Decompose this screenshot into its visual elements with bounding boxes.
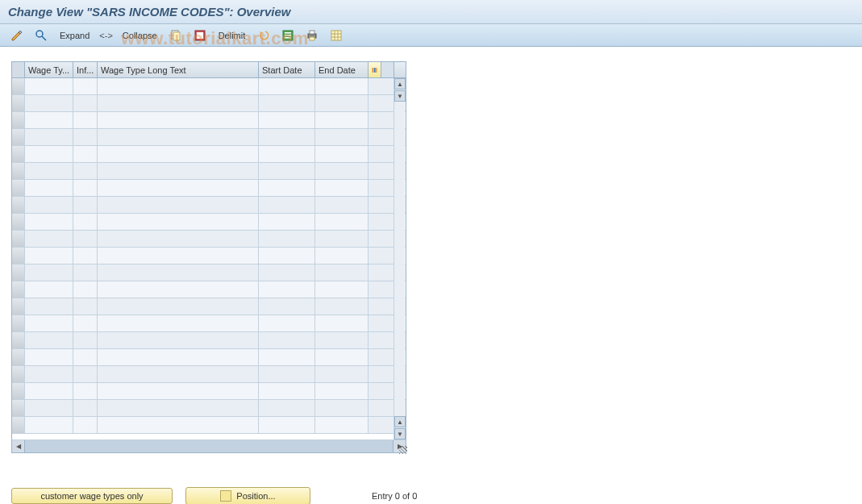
cell-infotype[interactable] [73,349,98,365]
hscroll-track[interactable] [25,440,393,452]
cell-wage-type[interactable] [25,78,73,94]
cell-wage-type[interactable] [25,95,73,111]
table-row[interactable] [12,417,406,434]
cell-end-date[interactable] [315,129,369,145]
cell-start-date[interactable] [259,180,315,196]
cell-start-date[interactable] [259,366,315,382]
table-row[interactable] [12,231,406,248]
table-row[interactable] [12,349,406,366]
table-row[interactable] [12,146,406,163]
cell-infotype[interactable] [73,129,98,145]
column-long-text[interactable]: Wage Type Long Text [98,62,259,77]
cell-long-text[interactable] [98,129,259,145]
cell-infotype[interactable] [73,315,98,331]
cell-infotype[interactable] [73,214,98,230]
cell-end-date[interactable] [315,231,369,247]
cell-wage-type[interactable] [25,231,73,247]
column-wage-type[interactable]: Wage Ty... [25,62,73,77]
position-button[interactable]: Position... [185,487,310,504]
cell-infotype[interactable] [73,264,98,281]
cell-end-date[interactable] [315,383,369,399]
row-selector[interactable] [12,231,25,247]
table-row[interactable] [12,366,406,383]
cell-long-text[interactable] [98,231,259,247]
print-icon[interactable] [302,27,323,44]
row-selector[interactable] [12,146,25,162]
cell-wage-type[interactable] [25,298,73,314]
cell-end-date[interactable] [315,400,369,416]
cell-infotype[interactable] [73,112,98,128]
vertical-scrollbar[interactable]: ▲ ▼ ▲ ▼ [394,78,405,439]
select-all-icon[interactable] [189,27,210,44]
cell-infotype[interactable] [73,163,98,179]
cell-wage-type[interactable] [25,163,73,179]
cell-long-text[interactable] [98,383,259,399]
cell-long-text[interactable] [98,78,259,94]
cell-end-date[interactable] [315,163,369,179]
cell-wage-type[interactable] [25,146,73,162]
table-row[interactable] [12,264,406,281]
row-selector[interactable] [12,332,25,348]
scroll-down-icon[interactable]: ▼ [394,90,406,102]
cell-end-date[interactable] [315,298,369,314]
cell-end-date[interactable] [315,248,369,264]
column-start-date[interactable]: Start Date [259,62,315,77]
cell-end-date[interactable] [315,366,369,382]
cell-wage-type[interactable] [25,366,73,382]
row-selector[interactable] [12,400,25,416]
cell-infotype[interactable] [73,383,98,399]
table-row[interactable] [12,214,406,231]
grid-resize-handle[interactable] [399,446,407,454]
cell-long-text[interactable] [98,95,259,111]
cell-wage-type[interactable] [25,315,73,331]
cell-long-text[interactable] [98,400,259,416]
cell-wage-type[interactable] [25,180,73,196]
row-selector[interactable] [12,264,25,281]
row-selector[interactable] [12,366,25,382]
table-row[interactable] [12,112,406,129]
table-row[interactable] [12,383,406,400]
table-row[interactable] [12,163,406,180]
cell-end-date[interactable] [315,112,369,128]
undo-change-icon[interactable] [253,27,274,44]
row-selector[interactable] [12,112,25,128]
configure-columns-icon[interactable] [369,62,381,77]
cell-long-text[interactable] [98,349,259,365]
cell-start-date[interactable] [259,214,315,230]
row-selector[interactable] [12,349,25,365]
table-row[interactable] [12,78,406,95]
row-selector[interactable] [12,315,25,331]
cell-wage-type[interactable] [25,281,73,298]
cell-long-text[interactable] [98,197,259,213]
cell-end-date[interactable] [315,264,369,281]
cell-infotype[interactable] [73,366,98,382]
scroll-up-icon[interactable]: ▲ [394,78,406,90]
cell-end-date[interactable] [315,95,369,111]
cell-start-date[interactable] [259,78,315,94]
expand-button[interactable]: Expand [55,29,94,42]
cell-infotype[interactable] [73,146,98,162]
table-row[interactable] [12,332,406,349]
cell-wage-type[interactable] [25,417,73,433]
table-row[interactable] [12,298,406,315]
cell-wage-type[interactable] [25,112,73,128]
column-infotype[interactable]: Inf... [73,62,98,77]
cell-wage-type[interactable] [25,383,73,399]
cell-wage-type[interactable] [25,400,73,416]
cell-start-date[interactable] [259,248,315,264]
cell-long-text[interactable] [98,214,259,230]
copy-icon[interactable] [165,27,186,44]
cell-start-date[interactable] [259,400,315,416]
cell-end-date[interactable] [315,332,369,348]
cell-start-date[interactable] [259,281,315,298]
cell-infotype[interactable] [73,332,98,348]
cell-infotype[interactable] [73,417,98,433]
cell-long-text[interactable] [98,248,259,264]
cell-end-date[interactable] [315,180,369,196]
cell-start-date[interactable] [259,129,315,145]
cell-start-date[interactable] [259,264,315,281]
table-row[interactable] [12,129,406,146]
cell-wage-type[interactable] [25,129,73,145]
cell-end-date[interactable] [315,315,369,331]
cell-long-text[interactable] [98,112,259,128]
